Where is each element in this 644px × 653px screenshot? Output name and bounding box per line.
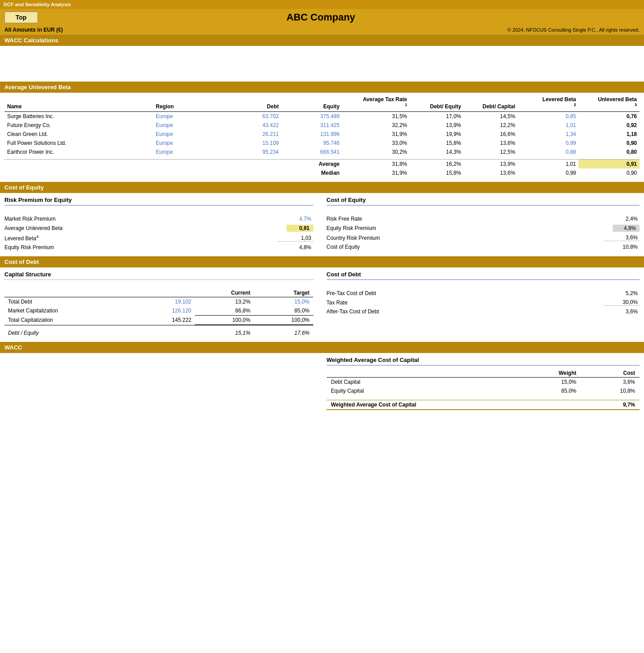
levered-beta-value: 1,03 [278,235,313,242]
wacc-data-row: Equity Capital 85,0% 10,8% [327,386,640,395]
cap-col-target: Target [254,289,313,297]
wacc-spacer [0,46,644,82]
col-name: Name [4,94,153,112]
country-risk-premium-row: Country Risk Premium 3,6% [327,233,640,242]
equity-risk-premium-right-label: Equity Risk Premium [327,225,613,231]
beta-row: Earthcor Power Inc. Europe 95.234 666.54… [4,148,640,156]
cost-of-equity-sub-label: Cost of Equity [327,193,640,205]
wacc-calculations-header: WACC Calculations [0,35,644,46]
equity-risk-premium-left-label: Equity Risk Premium [4,244,278,251]
wacc-content: Weighted Average Cost of Capital Weight … [0,353,644,420]
pretax-cost-debt-value: 5,2% [604,290,640,296]
cost-of-equity-value-row: Cost of Equity 10,8% [327,242,640,251]
country-risk-premium-label: Country Risk Premium [327,235,604,241]
header-sub: All Amounts in EUR (€) © 2024, NFOCUS Co… [0,26,644,35]
cost-of-debt-content: Capital Structure Current Target Total [0,267,644,337]
after-tax-cost-debt-value: 3,6% [604,308,640,315]
total-cap-row: Total Capitalization 145.222 100,0% 100,… [4,316,313,325]
avg-median-table: Average 31,8% 16,2% 13,9% 1,01 0,91 Medi… [4,159,640,177]
capital-structure-table: Current Target Total Debt 19.102 13,2% 1… [4,289,313,337]
market-risk-premium-value: 4,7% [278,216,313,222]
risk-free-rate-value: 2,4% [604,216,640,222]
tax-rate-label: Tax Rate [327,300,604,306]
col-levered-beta: Levered Beta 2 [518,94,578,112]
wacc-total-row: Weighted Average Cost of Capital 9,7% [327,400,640,410]
wacc-table: Weight Cost Debt Capital 15,0% 3,6% Equi… [327,369,640,410]
cost-of-debt-header: Cost of Debt [0,256,644,267]
avg-unlevered-beta-header: Average Unlevered Beta [0,82,644,93]
levered-beta-label: Levered Beta4 [4,234,278,242]
col-debt-capital: Debt/ Capital [464,94,518,112]
equity-risk-premium-left-row: Equity Risk Premium 4,8% [4,243,313,252]
wacc-right-col: Weighted Average Cost of Capital Weight … [322,353,640,420]
app-title: DCF and Sensitivity Analysis [4,2,71,7]
country-risk-premium-value: 3,6% [604,234,640,241]
page: DCF and Sensitivity Analysis Top ABC Com… [0,0,644,653]
equity-risk-premium-right-value: 4,8% [613,225,640,232]
tax-rate-value: 30,0% [604,299,640,306]
col-debt: Debt [221,94,281,112]
col-debt-equity: Debt/ Equity [410,94,464,112]
wacc-sub-label: Weighted Average Cost of Capital [327,353,640,366]
market-risk-premium-label: Market Risk Premium [4,216,278,222]
equity-risk-premium-right-row: Equity Risk Premium 4,8% [327,223,640,233]
tax-rate-row: Tax Rate 30,0% [327,298,640,307]
equity-risk-premium-left-value: 4,8% [278,244,313,251]
spacer-row [4,325,313,329]
col-avg-tax-rate: Average Tax Rate 1 [342,94,410,112]
coe-left-col: Risk Premium for Equity Market Risk Prem… [4,193,322,252]
cod-right-col: Cost of Debt Pre-Tax Cost of Debt 5,2% T… [322,267,640,337]
beta-row: Future Energy Co. Europe 43.422 311.425 … [4,121,640,130]
coe-right-col: Cost of Equity Risk Free Rate 2,4% Equit… [322,193,640,252]
avg-unlevered-beta-label: Average Unlevered Beta [4,225,287,231]
debt-equity-row: Debt / Equity 15,1% 17,6% [4,329,313,337]
cost-of-equity-value: 10,8% [604,244,640,250]
cost-of-equity-two-col: Risk Premium for Equity Market Risk Prem… [4,193,640,252]
cost-of-equity-content: Risk Premium for Equity Market Risk Prem… [0,193,644,252]
avg-unlevered-beta-row: Average Unlevered Beta 0,91 [4,223,313,233]
amounts-label: All Amounts in EUR (€) [4,27,63,33]
avg-unlevered-beta-content: Name Region Debt Equity Average Tax Rate… [0,94,644,177]
market-cap-row: Market Capitalization 126.120 86,8% 85,0… [4,306,313,316]
cap-col-current: Current [195,289,254,297]
pretax-cost-debt-label: Pre-Tax Cost of Debt [327,290,604,296]
market-risk-premium-row: Market Risk Premium 4,7% [4,214,313,223]
app-title-bar: DCF and Sensitivity Analysis [0,0,644,9]
avg-row: Average 31,8% 16,2% 13,9% 1,01 0,91 [4,160,640,169]
after-tax-cost-debt-row: After-Tax Cost of Debt 3,6% [327,307,640,316]
after-tax-cost-debt-label: After-Tax Cost of Debt [327,308,604,315]
col-unlevered-beta: Unlevered Beta 3 [578,94,640,112]
risk-free-rate-row: Risk Free Rate 2,4% [327,214,640,223]
col-equity: Equity [282,94,342,112]
cost-of-debt-two-col: Capital Structure Current Target Total [4,267,640,337]
cost-of-equity-value-label: Cost of Equity [327,244,604,250]
wacc-two-col: Weighted Average Cost of Capital Weight … [4,353,640,420]
capital-structure-label: Capital Structure [4,267,313,280]
wacc-col-cost: Cost [581,369,640,378]
header-main: Top ABC Company [0,9,644,26]
cost-of-debt-sub-label: Cost of Debt [327,267,640,280]
beta-row: Full Power Solutions Ltd. Europe 15.109 … [4,139,640,148]
pretax-cost-debt-row: Pre-Tax Cost of Debt 5,2% [327,289,640,298]
beta-table: Name Region Debt Equity Average Tax Rate… [4,94,640,156]
median-row: Median 31,9% 15,8% 13,6% 0,99 0,90 [4,168,640,177]
risk-free-rate-label: Risk Free Rate [327,216,604,222]
wacc-section-header: WACC [0,342,644,353]
total-debt-row: Total Debt 19.102 13,2% 15,0% [4,297,313,307]
cod-left-col: Capital Structure Current Target Total [4,267,322,337]
beta-row: Surge Batteries Inc. Europe 63.702 375.4… [4,112,640,121]
levered-beta-row: Levered Beta4 1,03 [4,233,313,243]
copyright: © 2024, NFOCUS Consulting Single P.C., A… [508,27,640,33]
company-name: ABC Company [38,12,604,23]
avg-unlevered-beta-value: 0,91 [287,225,313,232]
risk-premium-label: Risk Premium for Equity [4,193,313,205]
col-region: Region [153,94,221,112]
top-button[interactable]: Top [4,12,38,23]
wacc-col-weight: Weight [522,369,581,378]
wacc-data-row: Debt Capital 15,0% 3,6% [327,378,640,387]
wacc-left-col [4,353,322,420]
cost-of-equity-header: Cost of Equity [0,182,644,193]
beta-row: Clean Green Ltd. Europe 26.211 131.996 3… [4,130,640,139]
